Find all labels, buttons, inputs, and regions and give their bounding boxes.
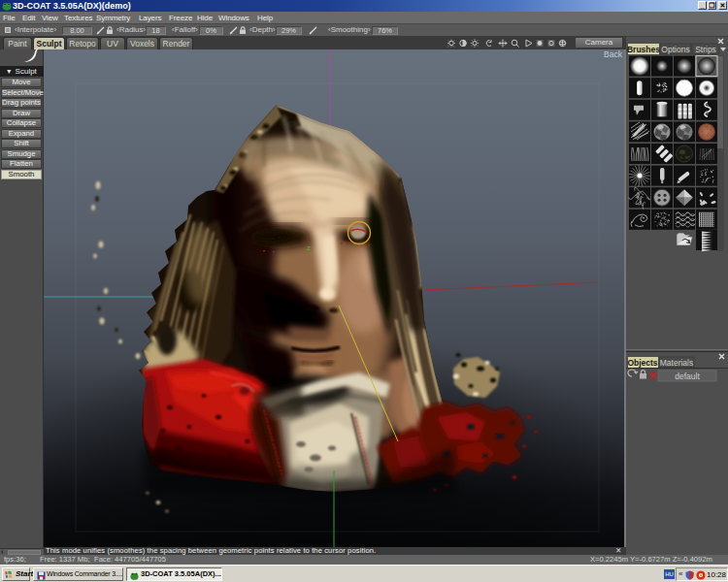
- svg-text:Materials: Materials: [660, 358, 693, 368]
- svg-text:Back: Back: [604, 49, 623, 59]
- svg-text:Brushes: Brushes: [627, 45, 660, 54]
- svg-text:Objects: Objects: [627, 358, 657, 368]
- svg-text:Options: Options: [661, 45, 689, 54]
- svg-text:default: default: [675, 372, 700, 381]
- svg-text:z: z: [307, 243, 311, 252]
- svg-text:Strips: Strips: [695, 45, 716, 54]
